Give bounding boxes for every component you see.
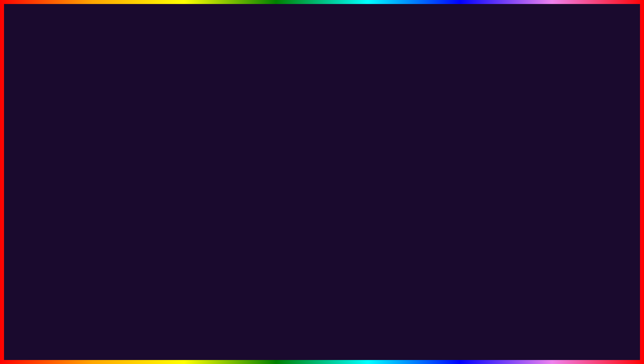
chevron-left[interactable]: < [102,183,104,187]
auto-farm-new-world-label-right: Auto Farm New World [317,152,356,157]
skill-z-toggle-right[interactable] [408,175,420,181]
tab-settings-right[interactable]: \\ Settings // [335,115,366,123]
auto-haki-toggle-right[interactable] [408,159,420,165]
above-label-right: Above [369,130,380,134]
auto-farm-level-label-right: Auto Farm Level [317,135,346,139]
skill-x-toggle-left[interactable] [193,156,205,162]
skills-header-right: \\ Skills // [369,166,420,174]
auto-farm-new-world-label-left: Auto Farm New World [102,152,142,157]
right-settings-content: All < Above < Distance 8 \\ Misc // × Au… [366,119,422,200]
sidebar-banks-left[interactable]: Banks [62,163,98,173]
sidebar-automatics-left[interactable]: Automatics [62,124,98,134]
sidebar-credits-right[interactable]: Credits [276,173,313,182]
skill-v-label-left: Skill V [154,174,166,179]
skill-c-toggle-left[interactable] [193,165,205,171]
above-chevron-right[interactable]: < [417,130,420,134]
auto-farm-boss-radio-left[interactable] [211,166,216,171]
right-settings-close[interactable]: × [418,113,420,118]
skill-c-row-right: Skill C [369,191,420,198]
skill-f-toggle-left[interactable] [193,183,205,189]
sidebar-devilfruit-left[interactable]: Devil Fruit [62,153,98,163]
auto-farm-all-boss-radio-left[interactable] [211,174,216,179]
sidebar-devilfruit-right[interactable]: Devil Fruit [276,153,313,163]
skill-x-label-left: Skill X [154,156,166,161]
auto-haki-label-right: Auto Haki [369,159,386,164]
skill-e-row-left: Skill E [154,190,205,199]
skill-c-label-left: Skill C [154,165,166,170]
sidebar-credits-left[interactable]: Credits [62,173,98,182]
skill-z-row-left: Skill Z [154,145,205,154]
update-text-bar: UPDATE 4.6 SCRIPT PASTEBIN [0,312,644,355]
left-panel-close[interactable]: T [215,108,218,113]
skill-c-row-left: Skill C [154,163,205,172]
skills-label-left: \\ Skills // [154,139,171,144]
sea-beast-label-left: Sea Beast : Not Spawn [102,206,144,210]
tab-settings-left[interactable]: \\ Settings // [120,115,151,123]
auto-farm-new-world-radio-right[interactable] [426,152,430,157]
logo-text: KING LEGACY [596,316,625,320]
sidebar-automatics-right[interactable]: Automatics [276,124,313,134]
auto-haki-toggle-settings-left[interactable] [193,130,205,136]
with-quest-label-right: With Quest [317,144,337,148]
sidebar-players-left[interactable]: Players [62,144,98,153]
skill-x-row-right: Skill X [369,183,420,191]
auto-farm-new-world-radio-left[interactable] [211,152,216,157]
skill-z-row-right: Skill Z [369,174,420,183]
skill-b-toggle-left[interactable] [193,201,205,207]
distance-label-right: Distance [369,137,385,142]
auto-farm-boss-radio-right[interactable] [426,166,430,171]
distance-row-right: Distance 8 [369,136,420,144]
right-settings-header: \\ Settings // × [366,112,422,119]
tab-autofarm-left[interactable]: \\ Auto Farm // [86,115,120,123]
snowflake-decoration: ❄ [10,83,32,115]
skill-f-row-left: Skill F [154,181,205,190]
skill-v-toggle-left[interactable] [193,174,205,180]
sidebar-players-right[interactable]: Players [276,144,313,153]
right-panel-close[interactable]: T [430,108,432,113]
auto-farm-all-boss-radio-right[interactable] [426,174,430,179]
all-chevron-right[interactable]: < [417,122,420,127]
sea-beast-label-right: Sea Beast : Not Spawn [317,206,358,210]
skill-f-label-left: Skill F [154,183,166,188]
main-title: KING LEGACY [0,6,644,66]
tab-autofarm-right[interactable]: \\ Auto Farm // [300,115,335,123]
sidebar-raids-right[interactable]: Raids [276,134,313,144]
misc-close-right[interactable]: × [417,151,420,156]
tab-general-left[interactable]: General [62,115,86,123]
tab-general-right[interactable]: General [276,115,300,123]
script-label: SCRIPT [267,313,416,354]
sidebar-raids-left[interactable]: Raids [62,134,98,144]
refresh-boss-label-left: Refresh Boss [102,189,126,194]
auto-haki-label-settings-left: Auto Haki [154,131,172,135]
skill-x-label-right: Skill X [369,184,380,189]
left-sidebar: Automatics Raids Players Devil Fruit Ban… [62,123,98,223]
with-quest-label-left: With Quest [102,144,122,148]
best-top-badge: THE BEST TOP 1 [320,85,460,105]
left-settings-close[interactable]: T [203,113,206,118]
misc-header-right: \\ Misc // × [369,149,420,157]
work-lvl-badge: WORK LVL 4000 [63,85,198,105]
distance-slider-right[interactable] [369,145,389,147]
misc-header-settings-left: \\ Misc // × [154,121,205,129]
skill-b-row-left: Skill B [154,199,205,208]
misc-label-right: \\ Misc // [369,151,384,156]
chevron-right[interactable]: < [316,183,318,187]
auto-farm-all-boss-label-right: Auto Farm All Boss [317,174,351,179]
skill-v-row-left: Skill V [154,172,205,181]
misc-close-left[interactable]: × [203,122,205,127]
sidebar-misc-right[interactable]: Miscellaneous [276,163,313,173]
update-label: UPDATE [40,313,203,354]
skill-c-label-right: Skill C [369,192,380,197]
left-settings-header: \\ Settings // T [152,112,208,119]
skill-z-toggle-left[interactable] [193,147,205,153]
pastebin-label: PASTEBIN [416,313,604,354]
left-settings-content: \\ Misc // × Auto Haki \\ Skills // Skil… [152,119,208,210]
skill-x-row-left: Skill X [154,154,205,163]
skills-label-right: \\ Skills // [369,168,385,172]
auto-haki-row-right: Auto Haki [369,157,420,166]
misc-label-left: \\ Misc // [154,122,170,127]
skill-e-toggle-left[interactable] [193,192,205,198]
update-version: 4.6 [203,313,267,354]
auto-farm-level-label-left: Auto Farm Level [102,135,132,139]
skill-z-label-right: Skill Z [369,176,380,181]
